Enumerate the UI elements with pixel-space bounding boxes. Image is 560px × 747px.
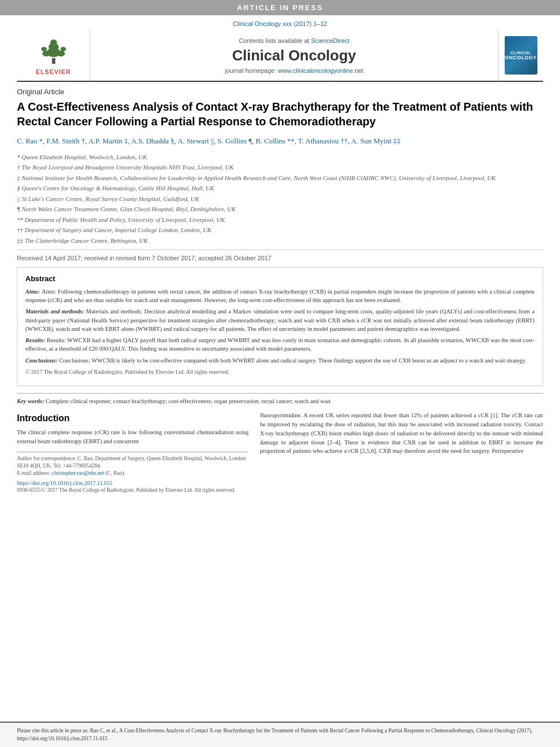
bottom-citation-bar: Please cite this article in press as: Ra… — [0, 722, 560, 747]
article-title: A Cost-Effectiveness Analysis of Contact… — [17, 99, 543, 129]
citation-text: Clinical Oncology xxx (2017) 1–12 — [233, 20, 327, 27]
citation-line: Clinical Oncology xxx (2017) 1–12 — [0, 18, 560, 30]
elsevier-brand-text: ELSEVIER — [36, 68, 71, 75]
journal-center: Contents lists available at ScienceDirec… — [90, 30, 498, 81]
affiliation-3: ‡ National Institute for Health Research… — [17, 173, 543, 183]
svg-rect-0 — [52, 58, 55, 64]
sciencedirect-line: Contents lists available at ScienceDirec… — [239, 37, 349, 44]
article-type: Original Article — [17, 88, 543, 96]
keywords-text: Complete clinical response; contact brac… — [46, 398, 331, 404]
affiliation-8: †† Department of Surgery and Cancer, Imp… — [17, 225, 543, 235]
sciencedirect-link[interactable]: ScienceDirect — [311, 37, 349, 44]
contents-available-text: Contents lists available at — [239, 37, 309, 44]
co-logo-clinical: CLINICAL — [510, 51, 531, 55]
methods-label: Materials and methods: — [25, 308, 86, 314]
results-label: Results: — [25, 337, 47, 343]
journal-homepage-link[interactable]: www.clinicaloncologyonline.net — [278, 67, 364, 74]
affiliation-5: || St Luke's Cancer Centre, Royal Surrey… — [17, 194, 543, 204]
conclusions-label: Conclusions: — [25, 357, 59, 364]
journal-name: Clinical Oncology — [232, 47, 356, 64]
abstract-aims: Aims: Aims: Following chemoradiotherapy … — [25, 287, 535, 304]
svg-point-6 — [41, 47, 47, 51]
bottom-citation-text: Please cite this article in press as: Ra… — [17, 728, 532, 741]
conclusions-text: Conclusions: WWCXB is likely to be cost-… — [59, 357, 527, 364]
author-footnote: Author for correspondence: C. Rao, Depar… — [17, 452, 248, 478]
left-column: Introduction The clinical complete respo… — [17, 411, 248, 492]
results-text: Results: WWCXB had a higher QALY payoff … — [25, 337, 535, 352]
email-label: E-mail address: — [17, 470, 50, 476]
issn-line: 0936-6555/© 2017 The Royal College of Ra… — [17, 487, 248, 493]
svg-point-4 — [42, 51, 50, 56]
affiliations: * Queen Elizabeth Hospital, Woolwich, Lo… — [17, 152, 543, 246]
co-logo-box: CLINICAL ONCOLOGY — [505, 36, 537, 75]
doi-link[interactable]: https://doi.org/10.1016/j.clon.2017.11.0… — [17, 480, 248, 486]
introduction-heading: Introduction — [17, 413, 248, 423]
keywords-label: Key words: — [17, 398, 44, 404]
methods-text: Materials and methods: Decision analytic… — [25, 308, 535, 331]
abstract-box: Abstract Aims: Aims: Following chemoradi… — [17, 267, 543, 386]
elsevier-logo: ELSEVIER — [17, 30, 90, 81]
affiliation-6: ¶ North Wales Cancer Treatment Centre, G… — [17, 204, 543, 214]
email-link[interactable]: christopher.rao@nhs.net — [52, 470, 106, 476]
email-note: (C. Rao). — [106, 470, 125, 476]
two-column-section: Introduction The clinical complete respo… — [17, 411, 543, 492]
doi-anchor[interactable]: https://doi.org/10.1016/j.clon.2017.11.0… — [17, 480, 248, 486]
journal-header: ELSEVIER Contents lists available at Sci… — [17, 30, 543, 82]
aims-text: Aims: Following chemoradiotherapy in pat… — [25, 289, 535, 303]
intro-paragraph-2: fluoropyrimidine. A recent UK series rep… — [260, 411, 543, 456]
right-column: fluoropyrimidine. A recent UK series rep… — [260, 411, 543, 492]
main-content: Original Article A Cost-Effectiveness An… — [0, 82, 560, 499]
abstract-methods: Materials and methods: Materials and met… — [25, 307, 535, 333]
svg-point-3 — [50, 40, 57, 45]
intro-paragraph-1: The clinical complete response (cCR) rat… — [17, 428, 248, 446]
affiliation-1: * Queen Elizabeth Hospital, Woolwich, Lo… — [17, 152, 543, 162]
keywords: Key words: Complete clinical response; c… — [17, 393, 543, 404]
affiliation-7: ** Department of Public Health and Polic… — [17, 215, 543, 225]
svg-point-7 — [60, 47, 66, 51]
banner-text: ARTICLE IN PRESS — [237, 3, 323, 12]
journal-logo-right: CLINICAL ONCOLOGY — [498, 30, 543, 81]
page: ARTICLE IN PRESS Clinical Oncology xxx (… — [0, 0, 560, 747]
article-in-press-banner: ARTICLE IN PRESS — [0, 0, 560, 15]
abstract-conclusions: Conclusions: Conclusions: WWCXB is likel… — [25, 356, 535, 365]
abstract-results: Results: Results: WWCXB had a higher QAL… — [25, 336, 535, 353]
abstract-title: Abstract — [25, 274, 535, 283]
affiliation-2: † The Royal Liverpool and Broadgreen Uni… — [17, 163, 543, 172]
footnote-contact: Author for correspondence: C. Rao, Depar… — [17, 455, 248, 470]
abstract-copyright: © 2017 The Royal College of Radiologists… — [25, 368, 535, 377]
co-logo-oncology: ONCOLOGY — [505, 55, 537, 60]
aims-label: Aims: — [25, 289, 42, 295]
received-line: Received 14 April 2017; received in revi… — [17, 250, 543, 261]
footnote-email-line: E-mail address: christopher.rao@nhs.net … — [17, 470, 248, 477]
journal-url: journal homepage: www.clinicaloncologyon… — [225, 67, 363, 74]
authors: C. Rao *, F.M. Smith †, A.P. Martin ‡, A… — [17, 136, 543, 147]
abstract-text: Aims: Aims: Following chemoradiotherapy … — [25, 287, 535, 376]
affiliation-4: § Queen's Centre for Oncology & Haematol… — [17, 184, 543, 193]
affiliation-9: ‡‡ The Clatterbridge Cancer Centre, Bebi… — [17, 236, 543, 246]
elsevier-tree-icon — [34, 36, 73, 67]
svg-point-5 — [57, 51, 65, 56]
